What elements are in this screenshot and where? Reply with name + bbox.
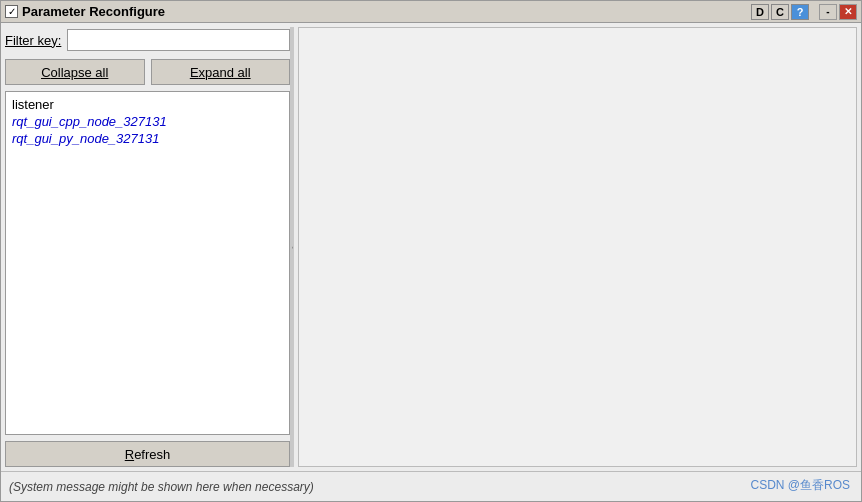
left-panel: Filter key: Collapse all Expand all list…: [5, 27, 290, 467]
refresh-button[interactable]: Refresh: [5, 441, 290, 467]
help-button[interactable]: ?: [791, 4, 809, 20]
main-window: ✓ Parameter Reconfigure D C ? - ✕ Filter…: [0, 0, 862, 502]
right-panel: [298, 27, 857, 467]
close-button[interactable]: ✕: [839, 4, 857, 20]
window-title: Parameter Reconfigure: [22, 4, 165, 19]
title-bar-right: D C ? - ✕: [751, 4, 857, 20]
c-button[interactable]: C: [771, 4, 789, 20]
title-bar-left: ✓ Parameter Reconfigure: [5, 4, 165, 19]
collapse-all-button[interactable]: Collapse all: [5, 59, 145, 85]
button-row: Collapse all Expand all: [5, 59, 290, 85]
tree-item-cpp-node[interactable]: rqt_gui_cpp_node_327131: [10, 113, 285, 130]
status-bar: (System message might be shown here when…: [1, 471, 861, 501]
watermark: CSDN @鱼香ROS: [750, 477, 850, 494]
title-bar: ✓ Parameter Reconfigure D C ? - ✕: [1, 1, 861, 23]
filter-input[interactable]: [67, 29, 290, 51]
expand-all-button[interactable]: Expand all: [151, 59, 291, 85]
expand-all-label: Expand all: [190, 65, 251, 80]
filter-row: Filter key:: [5, 27, 290, 53]
title-checkbox[interactable]: ✓: [5, 5, 18, 18]
splitter[interactable]: · · ·: [290, 27, 294, 467]
refresh-row: Refresh: [5, 441, 290, 467]
collapse-all-label: Collapse all: [41, 65, 108, 80]
minimize-button[interactable]: -: [819, 4, 837, 20]
tree-item-py-node[interactable]: rqt_gui_py_node_327131: [10, 130, 285, 147]
main-row: Filter key: Collapse all Expand all list…: [5, 27, 857, 467]
d-button[interactable]: D: [751, 4, 769, 20]
tree-item-listener[interactable]: listener: [10, 96, 285, 113]
filter-label: Filter key:: [5, 33, 61, 48]
refresh-label: Refresh: [125, 447, 171, 462]
tree-panel[interactable]: listener rqt_gui_cpp_node_327131 rqt_gui…: [5, 91, 290, 435]
status-message: (System message might be shown here when…: [9, 480, 314, 494]
content-area: Filter key: Collapse all Expand all list…: [1, 23, 861, 471]
splitter-dots: · · ·: [288, 246, 297, 247]
